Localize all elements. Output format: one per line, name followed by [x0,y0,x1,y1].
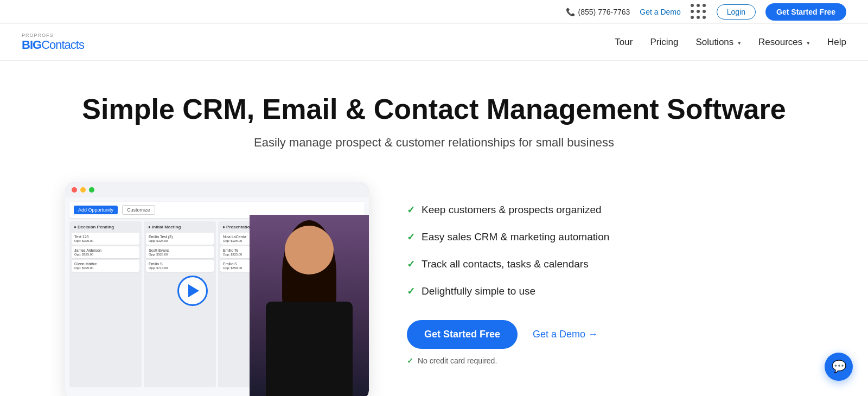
top-get-started-button[interactable]: Get Started Free [765,3,846,21]
phone-icon: 📞 [566,8,575,16]
window-dot-yellow [80,187,86,193]
logo-big-text: BIG [22,38,41,52]
nav-link-tour[interactable]: Tour [615,37,633,47]
video-container[interactable]: Add Opportunity Customize ● Decision Pen… [65,182,369,396]
check-icon: ✓ [407,285,415,297]
crm-card: Emilio SOpp: $714.00 [146,260,214,272]
nav-item-solutions[interactable]: Solutions ▾ [695,37,741,48]
hero-section: Simple CRM, Email & Contact Management S… [0,61,868,166]
check-icon: ✓ [407,258,415,270]
crm-add-btn: Add Opportunity [74,206,118,214]
logo-contacts-text: Contacts [41,38,84,52]
window-dot-red [72,187,77,193]
nav-item-resources[interactable]: Resources ▾ [758,37,810,48]
feature-item-1: ✓ Keep customers & prospects organized [407,204,835,216]
crm-card: Scott EvansOpp: $325.00 [146,246,214,258]
nav-link-help[interactable]: Help [827,37,846,47]
nav-links: Tour Pricing Solutions ▾ Resources ▾ Hel… [615,37,846,48]
crm-column-meeting: ● Initial Meeting Emilio Test (3)Opp: $3… [144,221,216,387]
crm-column-decision: ● Decision Pending Test 123Opp: $325.00 … [69,221,142,387]
crm-card: James AldersonOpp: $325.00 [72,246,139,258]
check-icon: ✓ [407,356,413,365]
crm-customize-btn: Customize [122,205,155,215]
nav-link-solutions[interactable]: Solutions ▾ [695,37,741,47]
play-button[interactable] [177,276,208,306]
top-bar: 📞 (855) 776-7763 Get a Demo Login Get St… [0,0,868,24]
chat-icon: 💬 [832,360,846,374]
woman-body [266,302,353,396]
main-nav: ProProfs BIGContacts Tour Pricing Soluti… [0,24,868,61]
chevron-down-icon: ▾ [738,40,741,46]
check-icon: ✓ [407,204,415,216]
play-icon [188,284,199,297]
nav-item-help[interactable]: Help [827,37,846,48]
woman-face [285,226,334,274]
main-get-started-button[interactable]: Get Started Free [407,320,518,349]
crm-screenshot: Add Opportunity Customize ● Decision Pen… [65,182,369,396]
check-icon: ✓ [407,231,415,243]
cta-buttons: Get Started Free Get a Demo → [407,320,835,349]
chat-bubble[interactable]: 💬 [825,353,853,381]
top-get-demo-link[interactable]: Get a Demo [640,8,680,16]
logo[interactable]: ProProfs BIGContacts [22,33,84,52]
crm-card: Emilio Test (3)Opp: $325.00 [146,233,214,245]
window-chrome [65,182,369,197]
no-credit-card-notice: ✓ No credit card required. [407,356,835,365]
hero-subheadline: Easily manage prospect & customer relati… [22,136,846,150]
nav-item-pricing[interactable]: Pricing [650,37,678,48]
content-area: Add Opportunity Customize ● Decision Pen… [0,166,868,396]
feature-item-3: ✓ Track all contacts, tasks & calendars [407,258,835,270]
woman-image [250,215,369,396]
hero-headline: Simple CRM, Email & Contact Management S… [22,93,846,126]
chevron-down-icon: ▾ [807,40,810,46]
feature-item-4: ✓ Delightfully simple to use [407,285,835,297]
nav-link-pricing[interactable]: Pricing [650,37,678,47]
nav-item-tour[interactable]: Tour [615,37,633,48]
feature-item-2: ✓ Easy sales CRM & marketing automation [407,231,835,243]
main-get-demo-link[interactable]: Get a Demo → [533,329,598,340]
crm-card: Glenn MathicOpp: $335.00 [72,260,139,272]
no-cc-text: No credit card required. [418,356,497,365]
crm-card: Test 123Opp: $325.00 [72,233,139,245]
logo-proprofs-text: ProProfs [22,33,54,38]
window-dot-green [89,187,94,193]
login-button[interactable]: Login [717,4,756,20]
right-content: ✓ Keep customers & prospects organized ✓… [407,182,835,365]
features-list: ✓ Keep customers & prospects organized ✓… [407,204,835,297]
grid-icon[interactable] [691,4,707,20]
nav-link-resources[interactable]: Resources ▾ [758,37,810,47]
phone-number: 📞 (855) 776-7763 [566,8,630,16]
